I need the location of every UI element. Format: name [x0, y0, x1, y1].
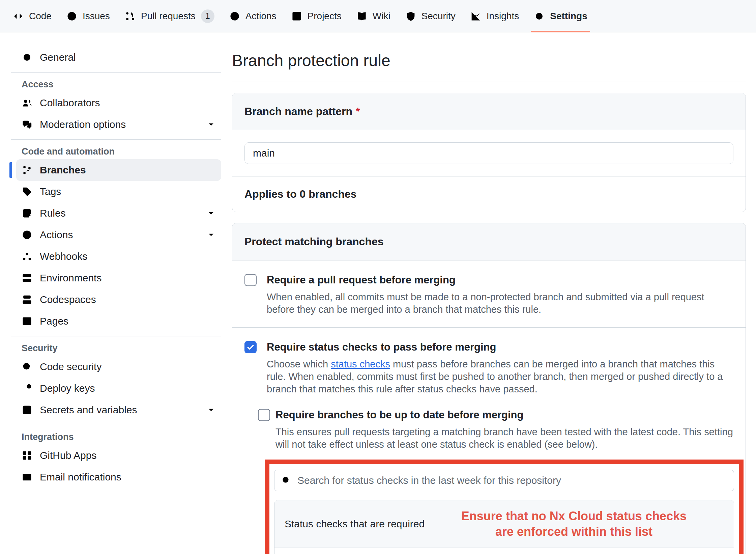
status-check-search-input[interactable] — [297, 475, 727, 486]
sidebar-divider — [11, 425, 221, 425]
require-up-to-date-checkbox[interactable] — [258, 409, 270, 421]
graph-icon — [470, 11, 481, 22]
sidebar-item-label: Tags — [40, 186, 61, 197]
sidebar-item-label: Moderation options — [40, 119, 126, 130]
sidebar-item-label: Code security — [40, 361, 101, 372]
sidebar-item-label: GitHub Apps — [40, 450, 96, 461]
tab-label: Issues — [83, 11, 110, 22]
pr-icon — [125, 11, 136, 22]
sidebar-item-moderation-options[interactable]: Moderation options — [16, 114, 221, 135]
chevron-down-icon — [206, 120, 216, 129]
tab-issues[interactable]: Issues — [60, 0, 116, 32]
sidebar-item-pages[interactable]: Pages — [16, 310, 221, 332]
required-asterisk: * — [356, 105, 360, 117]
require-up-to-date-row: Require branches to be up to date before… — [258, 409, 733, 421]
applies-to-branches: Applies to 0 branches — [232, 176, 746, 212]
code-icon — [13, 11, 24, 22]
sidebar-divider — [11, 336, 221, 336]
page-title: Branch protection rule — [232, 50, 746, 72]
tab-label: Security — [421, 11, 456, 22]
branch-name-pattern-input[interactable] — [244, 142, 733, 164]
require-pull-request-checkbox[interactable] — [244, 274, 257, 286]
description-text-before: Choose which — [267, 359, 331, 369]
annotation-line-2: are enforced within this list — [495, 525, 652, 538]
sidebar-item-environments[interactable]: Environments — [16, 267, 221, 289]
play-icon — [22, 229, 32, 240]
book-icon — [356, 11, 367, 22]
sidebar-section-security: Security — [16, 340, 221, 356]
codespaces-icon — [22, 294, 32, 305]
mail-icon — [22, 472, 32, 482]
branch-name-pattern-label: Branch name pattern — [244, 105, 352, 117]
gear-icon — [22, 52, 32, 63]
page-body: GeneralAccessCollaboratorsModeration opt… — [0, 32, 756, 554]
tab-security[interactable]: Security — [399, 0, 462, 32]
codescan-icon — [22, 361, 32, 372]
apps-icon — [22, 450, 32, 461]
require-status-checks-label: Require status checks to pass before mer… — [267, 341, 496, 353]
sidebar-item-label: Actions — [40, 229, 73, 241]
tab-label: Actions — [245, 11, 277, 22]
required-status-checks-card: Status checks that are required Ensure t… — [274, 500, 734, 554]
sidebar-section-code-and-automation: Code and automation — [16, 144, 221, 159]
sidebar-item-label: Collaborators — [40, 97, 100, 109]
required-status-checks-header: Status checks that are required Ensure t… — [274, 500, 734, 548]
sidebar-divider — [11, 72, 221, 73]
require-pull-request-row: Require a pull request before merging — [244, 274, 733, 286]
sidebar-item-deploy-keys[interactable]: Deploy keys — [16, 378, 221, 399]
counter-badge: 1 — [201, 9, 214, 23]
branch-name-pattern-card: Branch name pattern* Applies to 0 branch… — [232, 93, 746, 212]
sidebar-item-branches[interactable]: Branches — [16, 159, 221, 181]
sidebar-item-label: Email notifications — [40, 471, 121, 483]
sidebar-item-rules[interactable]: Rules — [16, 202, 221, 224]
annotation-highlight-box: Status checks that are required Ensure t… — [265, 460, 744, 554]
tab-label: Settings — [550, 11, 587, 22]
sidebar-item-webhooks[interactable]: Webhooks — [16, 246, 221, 267]
require-pull-request-section: Require a pull request before merging Wh… — [232, 260, 746, 327]
sidebar-item-label: Codespaces — [40, 294, 96, 305]
sidebar-item-email-notifications[interactable]: Email notifications — [16, 466, 221, 488]
rules-icon — [22, 208, 32, 219]
tab-label: Code — [29, 11, 52, 22]
required-status-checks-label: Status checks that are required — [285, 518, 425, 530]
asterisk-icon — [22, 405, 32, 415]
tab-pull-requests[interactable]: Pull requests1 — [119, 0, 221, 32]
sidebar-item-collaborators[interactable]: Collaborators — [16, 92, 221, 114]
people-icon — [22, 98, 32, 108]
sidebar-item-secrets-and-variables[interactable]: Secrets and variables — [16, 399, 221, 421]
sidebar-item-label: Secrets and variables — [40, 404, 137, 416]
tab-actions[interactable]: Actions — [223, 0, 283, 32]
server-icon — [22, 273, 32, 283]
gear-icon — [534, 11, 545, 22]
webhook-icon — [22, 251, 32, 262]
chevron-down-icon — [206, 209, 216, 218]
status-checks-link[interactable]: status checks — [331, 359, 390, 369]
tab-label: Insights — [487, 11, 519, 22]
sidebar-item-label: General — [40, 52, 76, 63]
sidebar-item-label: Rules — [40, 207, 66, 219]
status-check-row: main GitHub Actions — [274, 548, 734, 554]
sidebar-item-label: Pages — [40, 315, 68, 327]
tab-label: Wiki — [373, 11, 390, 22]
require-status-checks-checkbox[interactable] — [244, 341, 257, 353]
annotation-note: Ensure that no Nx Cloud status checks ar… — [461, 508, 687, 539]
sidebar-item-code-security[interactable]: Code security — [16, 356, 221, 378]
protect-matching-branches-header: Protect matching branches — [232, 223, 746, 260]
tab-settings[interactable]: Settings — [528, 0, 593, 32]
tab-code[interactable]: Code — [7, 0, 58, 32]
sidebar-item-tags[interactable]: Tags — [16, 181, 221, 202]
branch-name-pattern-header: Branch name pattern* — [232, 93, 746, 130]
sidebar-item-actions[interactable]: Actions — [16, 224, 221, 246]
sidebar-item-general[interactable]: General — [16, 47, 221, 68]
sidebar-item-codespaces[interactable]: Codespaces — [16, 289, 221, 310]
tab-projects[interactable]: Projects — [285, 0, 348, 32]
key-icon — [22, 383, 32, 394]
sidebar-divider — [11, 139, 221, 140]
browser-icon — [22, 316, 32, 327]
require-pull-request-label: Require a pull request before merging — [267, 274, 456, 286]
tab-insights[interactable]: Insights — [464, 0, 525, 32]
require-status-checks-description: Choose which status checks must pass bef… — [267, 358, 733, 395]
sidebar-item-github-apps[interactable]: GitHub Apps — [16, 445, 221, 466]
tab-wiki[interactable]: Wiki — [350, 0, 397, 32]
sidebar-item-label: Branches — [40, 164, 86, 176]
